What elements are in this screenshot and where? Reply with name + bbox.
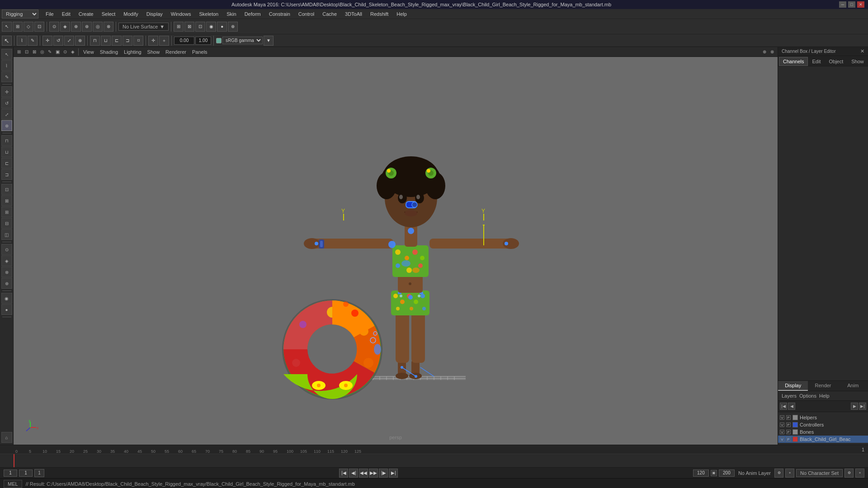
menu-display[interactable]: Display: [143, 10, 166, 18]
playback-end-input[interactable]: [693, 469, 709, 477]
tool-soft3[interactable]: ⊏: [112, 36, 122, 46]
left-extra3[interactable]: ⊗: [1, 267, 12, 277]
help-menu[interactable]: Help: [819, 393, 830, 399]
menu-modify[interactable]: Modify: [120, 10, 142, 18]
left-snap1[interactable]: ⊡: [1, 184, 12, 195]
menu-select[interactable]: Select: [98, 10, 119, 18]
tool-soft2[interactable]: ⊔: [101, 36, 111, 46]
tool-soft1[interactable]: ⊓: [90, 36, 100, 46]
display-btn5[interactable]: ●: [217, 22, 227, 32]
left-extra4[interactable]: ⊕: [1, 278, 12, 289]
display-btn2[interactable]: ⊠: [184, 22, 194, 32]
left-lasso[interactable]: ⌇: [1, 60, 12, 71]
tool-soft5[interactable]: ⌑: [133, 36, 143, 46]
vp-icon5[interactable]: ✎: [46, 48, 53, 56]
vp-menu-view[interactable]: View: [80, 48, 97, 56]
left-soft3[interactable]: ⊏: [1, 158, 12, 169]
tab-channels[interactable]: Channels: [779, 57, 808, 66]
menu-control[interactable]: Control: [295, 10, 318, 18]
layer-char[interactable]: V P Black_Child_Girl_Beac: [778, 436, 868, 443]
vp-icon7[interactable]: ⊙: [61, 48, 69, 56]
left-snap2[interactable]: ⊠: [1, 195, 12, 206]
display-btn6[interactable]: ⊕: [228, 22, 238, 32]
tab-render-layer[interactable]: Render: [808, 381, 838, 391]
layers-menu[interactable]: Layers: [782, 393, 797, 399]
char-set-add-btn[interactable]: +: [855, 469, 864, 478]
menu-edit[interactable]: Edit: [58, 10, 74, 18]
left-scale[interactable]: ⤢: [1, 109, 12, 120]
start-frame-input[interactable]: [19, 469, 33, 477]
menu-3dtoll[interactable]: 3DToAll: [341, 10, 366, 18]
tool-move[interactable]: ✛: [42, 36, 52, 46]
menu-create[interactable]: Create: [75, 10, 97, 18]
tab-display-layer[interactable]: Display: [778, 381, 808, 391]
left-extra5[interactable]: ◉: [1, 293, 12, 304]
tool-plus[interactable]: ＋: [159, 36, 169, 46]
tool-universal[interactable]: ⊕: [75, 36, 85, 46]
vp-menu-renderer[interactable]: Renderer: [163, 48, 189, 56]
display-btn3[interactable]: ⊡: [195, 22, 205, 32]
tab-anim-layer[interactable]: Anim: [838, 381, 868, 391]
layer-char-p[interactable]: P: [786, 437, 791, 441]
left-soft1[interactable]: ⊓: [1, 135, 12, 146]
layer-bones-p[interactable]: P: [786, 430, 791, 434]
menu-windows[interactable]: Windows: [167, 10, 195, 18]
vp-menu-panels[interactable]: Panels: [189, 48, 210, 56]
menu-cache[interactable]: Cache: [319, 10, 340, 18]
menu-skeleton[interactable]: Skeleton: [195, 10, 222, 18]
maximize-button[interactable]: □: [848, 1, 855, 8]
component-btn[interactable]: ⊡: [34, 22, 44, 32]
left-extra6[interactable]: ●: [1, 304, 12, 315]
options-menu[interactable]: Options: [799, 393, 816, 399]
play-back-btn[interactable]: ◀◀: [359, 469, 368, 478]
menu-constrain[interactable]: Constrain: [265, 10, 294, 18]
vp-icon6[interactable]: ▣: [54, 48, 61, 56]
layer-nav-start[interactable]: |◀: [780, 403, 787, 410]
tab-show[interactable]: Show: [847, 57, 868, 66]
minimize-button[interactable]: ─: [839, 1, 846, 8]
char-set-settings-btn[interactable]: ⚙: [844, 469, 854, 478]
vp-menu-lighting[interactable]: Lighting: [121, 48, 144, 56]
left-select[interactable]: ↖: [1, 49, 12, 60]
vp-menu-shading[interactable]: Shading: [97, 48, 121, 56]
left-rotate[interactable]: ↺: [1, 98, 12, 108]
layer-bones-v[interactable]: V: [780, 430, 784, 434]
menu-help[interactable]: Help: [393, 10, 410, 18]
layer-helpers-p[interactable]: P: [786, 415, 791, 420]
left-snap5[interactable]: ◫: [1, 229, 12, 240]
tool-scale[interactable]: ⤢: [64, 36, 74, 46]
left-soft4[interactable]: ⊐: [1, 169, 12, 180]
left-snap4[interactable]: ⊟: [1, 218, 12, 229]
snap-value1[interactable]: [174, 37, 194, 45]
tool-paint2[interactable]: ✎: [28, 36, 38, 46]
timeline-track[interactable]: [0, 454, 868, 467]
vp-icon4[interactable]: ◎: [38, 48, 46, 56]
object-btn[interactable]: ◇: [24, 22, 33, 32]
layer-nav-end[interactable]: ▶|: [859, 403, 866, 410]
frame-step-indicator[interactable]: ▣: [711, 470, 717, 476]
menu-redshift[interactable]: Redshift: [367, 10, 392, 18]
current-frame-input[interactable]: [4, 469, 17, 477]
left-bottom-btn[interactable]: ⌂: [1, 432, 12, 443]
step-back-btn[interactable]: ◀|: [349, 469, 358, 478]
tool-soft4[interactable]: ⊐: [123, 36, 132, 46]
goto-end-btn[interactable]: ▶|: [389, 469, 398, 478]
range-end-input[interactable]: [719, 469, 735, 477]
paint-btn[interactable]: ◈: [60, 22, 70, 32]
snap3-btn[interactable]: ◎: [93, 22, 103, 32]
left-soft2[interactable]: ⊔: [1, 146, 12, 157]
mode-selector[interactable]: Rigging Animation Modeling Rendering: [2, 9, 38, 19]
goto-start-btn[interactable]: |◀: [339, 469, 348, 478]
tool-rotate[interactable]: ↺: [53, 36, 63, 46]
gamma-select[interactable]: sRGB gamma Linear: [222, 37, 263, 44]
display-btn1[interactable]: ⊞: [174, 22, 184, 32]
menu-skin[interactable]: Skin: [223, 10, 240, 18]
menu-file[interactable]: File: [42, 10, 57, 18]
tab-edit[interactable]: Edit: [808, 57, 825, 66]
display-btn4[interactable]: ◉: [206, 22, 216, 32]
hierarchy-btn[interactable]: ⊞: [13, 22, 23, 32]
gamma-options[interactable]: ▼: [264, 36, 274, 46]
anim-layer-add-btn[interactable]: +: [785, 469, 794, 478]
vp-menu-show[interactable]: Show: [145, 48, 163, 56]
viewport-content[interactable]: Y Y: [14, 57, 778, 445]
